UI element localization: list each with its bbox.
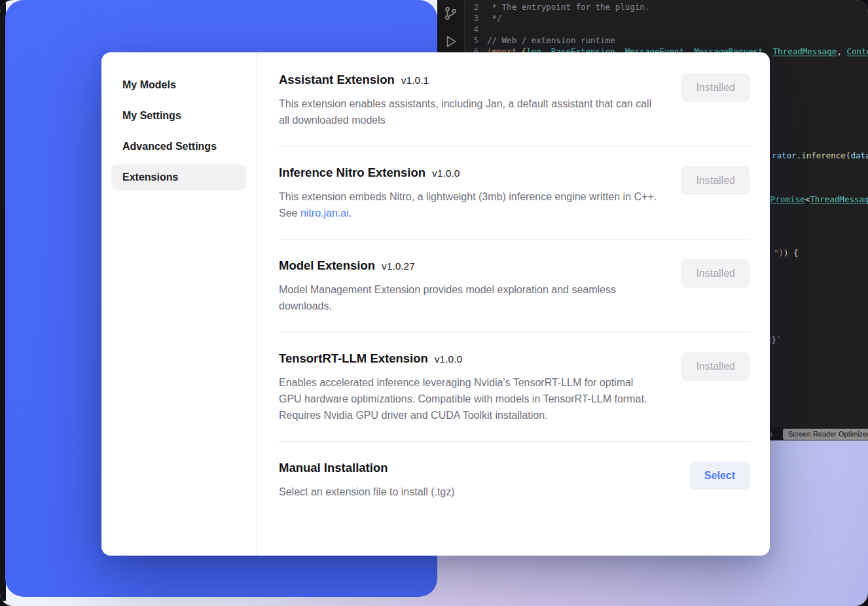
extension-description: This extension enables assistants, inclu…: [279, 96, 657, 128]
editor-line: 4: [465, 24, 868, 35]
extension-description: Enables accelerated inference leveraging…: [279, 374, 657, 423]
extension-title: Model Extension: [279, 258, 375, 273]
line-number: 2: [465, 1, 487, 12]
extension-row-assistant: Assistant Extension v1.0.1 This extensio…: [279, 54, 750, 147]
run-debug-icon: [443, 34, 458, 52]
extension-version: v1.0.0: [435, 353, 462, 365]
assistant-installed-button[interactable]: Installed: [681, 73, 750, 102]
extension-row-model: Model Extension v1.0.27 Model Management…: [279, 240, 750, 332]
settings-modal: My Models My Settings Advanced Settings …: [101, 52, 770, 556]
model-installed-button[interactable]: Installed: [681, 259, 750, 288]
extension-row-nitro: Inference Nitro Extension v1.0.0 This ex…: [279, 147, 750, 240]
extension-row-tensorrt: TensortRT-LLM Extension v1.0.0 Enables a…: [279, 332, 750, 442]
code-fragment: rator.inference(data));: [772, 150, 868, 161]
editor-line: 5// Web / extension runtime: [465, 35, 868, 46]
line-number: 3: [465, 12, 487, 24]
extension-description: This extension embeds Nitro, a lightweig…: [279, 188, 657, 221]
manual-install-select-button[interactable]: Select: [689, 461, 750, 490]
extension-version: v1.0.0: [432, 168, 460, 179]
sidebar-item-extensions[interactable]: Extensions: [111, 164, 246, 190]
screen-reader-badge: Screen Reader Optimized: [783, 429, 868, 440]
nitro-installed-button[interactable]: Installed: [681, 166, 750, 195]
extensions-list: Assistant Extension v1.0.1 This extensio…: [257, 52, 770, 556]
extension-version: v1.0.27: [382, 260, 415, 272]
extension-title: Inference Nitro Extension: [279, 166, 425, 180]
nitro-link[interactable]: nitro.jan.ai: [300, 207, 349, 219]
screen: 2 * The entrypoint for the plugin. 3 */ …: [0, 0, 868, 606]
extension-description: Select an extension file to install (.tg…: [279, 484, 455, 500]
extension-version: v1.0.1: [401, 75, 429, 86]
sidebar-item-advanced-settings[interactable]: Advanced Settings: [111, 134, 246, 160]
extension-title: Manual Installation: [279, 461, 388, 475]
code-fragment: ")) {: [774, 247, 799, 258]
sidebar-item-my-models[interactable]: My Models: [111, 72, 246, 98]
code-fragment: Promise<ThreadMessage>: [770, 194, 868, 205]
line-number: 4: [465, 24, 487, 35]
editor-line: 2 * The entrypoint for the plugin.: [465, 1, 868, 12]
line-number: 5: [465, 35, 487, 46]
extension-title: Assistant Extension: [279, 73, 395, 87]
sidebar-item-my-settings[interactable]: My Settings: [111, 103, 246, 129]
editor-line: 3 */: [465, 12, 868, 24]
source-control-icon: [443, 6, 458, 24]
extension-row-manual-install: Manual Installation Select an extension …: [279, 442, 750, 518]
settings-sidebar: My Models My Settings Advanced Settings …: [101, 52, 257, 556]
extension-description: Model Management Extension provides mode…: [279, 281, 657, 314]
extension-title: TensortRT-LLM Extension: [279, 351, 428, 366]
tensorrt-installed-button[interactable]: Installed: [681, 352, 750, 381]
